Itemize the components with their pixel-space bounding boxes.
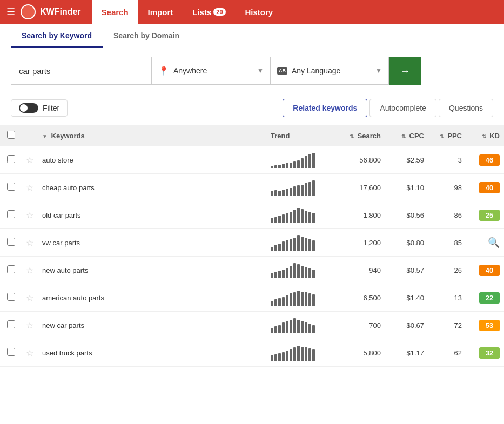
trend-bar <box>286 213 288 223</box>
row-trend <box>266 201 337 229</box>
nav-history[interactable]: History <box>236 0 283 24</box>
language-selector[interactable]: AB Any Language ▼ <box>270 57 389 85</box>
tab-related-keywords[interactable]: Related keywords <box>283 99 367 117</box>
filter-button[interactable]: Filter <box>11 99 68 117</box>
row-trend <box>266 174 337 201</box>
row-star-cell: ☆ <box>22 284 38 312</box>
tab-search-by-domain[interactable]: Search by Domain <box>103 24 190 48</box>
search-button[interactable]: → <box>389 57 421 85</box>
th-kd[interactable]: ⇅ KD <box>466 125 504 146</box>
trend-chart <box>271 345 332 361</box>
row-checkbox[interactable] <box>7 293 15 301</box>
th-ppc[interactable]: ⇅ PPC <box>428 125 466 146</box>
trend-bar <box>286 295 288 306</box>
trend-bar <box>297 264 300 278</box>
trend-bar <box>305 183 307 196</box>
star-icon[interactable]: ☆ <box>26 238 33 247</box>
trend-bar <box>297 320 300 333</box>
trend-bar <box>305 292 307 306</box>
language-icon: AB <box>277 67 287 75</box>
trend-chart <box>271 290 332 306</box>
table-row: ☆new car parts700$0.677253 <box>0 312 504 339</box>
trend-chart <box>271 262 332 278</box>
star-icon[interactable]: ☆ <box>26 321 33 330</box>
row-checkbox[interactable] <box>7 320 15 328</box>
star-icon[interactable]: ☆ <box>26 293 33 302</box>
trend-bar <box>305 238 307 251</box>
nav-search[interactable]: Search <box>92 0 138 24</box>
trend-bar <box>271 247 273 251</box>
trend-bar <box>290 349 292 361</box>
menu-icon[interactable]: ☰ <box>6 6 15 18</box>
row-kd: 53 <box>466 312 504 339</box>
row-checkbox[interactable] <box>7 238 15 246</box>
row-ppc: 26 <box>428 257 466 284</box>
trend-bar <box>301 209 304 223</box>
trend-bar <box>293 161 296 168</box>
table-header-row: ▼ Keywords Trend ⇅ Search ⇅ CPC ⇅ PPC <box>0 125 504 146</box>
trend-chart <box>271 234 332 251</box>
star-icon[interactable]: ☆ <box>26 156 33 165</box>
nav-import[interactable]: Import <box>138 0 183 24</box>
table-row: ☆old car parts1,800$0.568625 <box>0 201 504 229</box>
trend-chart <box>271 179 332 196</box>
trend-bar <box>274 190 277 196</box>
row-search-volume: 940 <box>337 257 385 284</box>
results-table: ▼ Keywords Trend ⇅ Search ⇅ CPC ⇅ PPC <box>0 125 504 367</box>
table-row: ☆cheap auto parts17,600$1.109840 <box>0 174 504 201</box>
row-keyword: auto store <box>38 146 266 174</box>
table-row: ☆vw car parts1,200$0.8085🔍 <box>0 229 504 257</box>
row-search-volume: 700 <box>337 312 385 339</box>
trend-bar <box>271 301 273 306</box>
location-selector[interactable]: 📍 Anywhere ▼ <box>151 57 270 85</box>
row-trend <box>266 312 337 339</box>
tab-search-by-keyword[interactable]: Search by Keyword <box>11 24 103 48</box>
trend-bar <box>301 292 304 306</box>
row-checkbox[interactable] <box>7 210 15 218</box>
trend-bar <box>293 347 296 361</box>
trend-bar <box>274 217 277 223</box>
trend-bar <box>278 191 281 196</box>
row-checkbox[interactable] <box>7 183 15 191</box>
trend-bar <box>290 239 292 251</box>
th-search[interactable]: ⇅ Search <box>337 125 385 146</box>
kd-badge: 53 <box>479 320 500 331</box>
filter-row: Filter Related keywords Autocomplete Que… <box>0 93 504 125</box>
th-keywords[interactable]: ▼ Keywords <box>38 125 266 146</box>
select-all-checkbox[interactable] <box>7 131 15 139</box>
table-row: ☆auto store56,800$2.59346 <box>0 146 504 174</box>
trend-bar <box>297 185 300 196</box>
trend-bar <box>286 240 288 251</box>
trend-bar <box>278 216 281 223</box>
trend-bar <box>274 272 277 278</box>
sort-keywords-icon: ▼ <box>42 133 48 139</box>
row-kd: 46 <box>466 146 504 174</box>
row-search-volume: 6,500 <box>337 284 385 312</box>
star-icon[interactable]: ☆ <box>26 266 33 275</box>
trend-bar <box>308 268 311 278</box>
star-icon[interactable]: ☆ <box>26 348 33 358</box>
tab-questions[interactable]: Questions <box>439 99 493 117</box>
trend-bar <box>271 166 273 168</box>
kd-badge: 32 <box>479 347 500 359</box>
trend-bar <box>301 321 304 333</box>
keyword-input[interactable] <box>11 57 151 85</box>
star-icon[interactable]: ☆ <box>26 211 33 220</box>
trend-bar <box>282 322 285 333</box>
search-arrow-icon: → <box>400 65 411 77</box>
filter-toggle[interactable] <box>19 103 38 113</box>
row-star-cell: ☆ <box>22 339 38 367</box>
trend-bar <box>312 349 315 361</box>
row-checkbox[interactable] <box>7 348 15 356</box>
trend-chart <box>271 207 332 223</box>
th-cpc[interactable]: ⇅ CPC <box>385 125 428 146</box>
tab-autocomplete[interactable]: Autocomplete <box>369 99 436 117</box>
star-icon[interactable]: ☆ <box>26 183 33 192</box>
location-chevron-icon: ▼ <box>257 67 264 75</box>
trend-bar <box>305 347 307 361</box>
row-cpc: $0.56 <box>385 201 428 229</box>
row-checkbox[interactable] <box>7 155 15 163</box>
row-checkbox[interactable] <box>7 265 15 273</box>
nav-lists[interactable]: Lists 20 <box>183 0 235 24</box>
row-trend <box>266 339 337 367</box>
